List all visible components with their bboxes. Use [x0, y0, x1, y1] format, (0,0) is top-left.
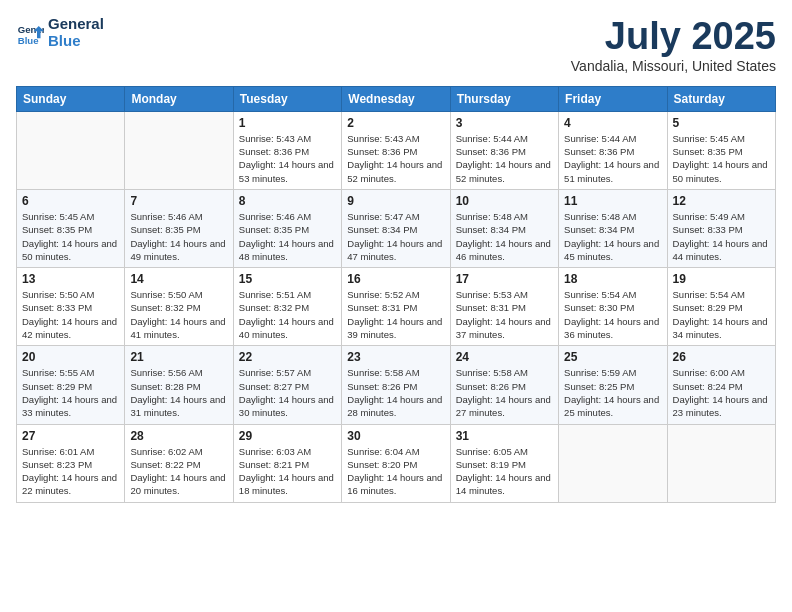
day-number: 11: [564, 194, 661, 208]
day-number: 27: [22, 429, 119, 443]
day-info: Sunrise: 6:03 AM Sunset: 8:21 PM Dayligh…: [239, 445, 336, 498]
calendar-cell: 19Sunrise: 5:54 AM Sunset: 8:29 PM Dayli…: [667, 268, 775, 346]
weekday-header-tuesday: Tuesday: [233, 86, 341, 111]
logo-line1: General: [48, 16, 104, 33]
day-number: 15: [239, 272, 336, 286]
day-number: 16: [347, 272, 444, 286]
day-number: 14: [130, 272, 227, 286]
calendar-cell: 28Sunrise: 6:02 AM Sunset: 8:22 PM Dayli…: [125, 424, 233, 502]
calendar-cell: 8Sunrise: 5:46 AM Sunset: 8:35 PM Daylig…: [233, 189, 341, 267]
day-info: Sunrise: 5:58 AM Sunset: 8:26 PM Dayligh…: [347, 366, 444, 419]
calendar-cell: 2Sunrise: 5:43 AM Sunset: 8:36 PM Daylig…: [342, 111, 450, 189]
calendar-cell: 10Sunrise: 5:48 AM Sunset: 8:34 PM Dayli…: [450, 189, 558, 267]
day-info: Sunrise: 5:56 AM Sunset: 8:28 PM Dayligh…: [130, 366, 227, 419]
day-number: 9: [347, 194, 444, 208]
day-info: Sunrise: 5:54 AM Sunset: 8:29 PM Dayligh…: [673, 288, 770, 341]
calendar-cell: 12Sunrise: 5:49 AM Sunset: 8:33 PM Dayli…: [667, 189, 775, 267]
calendar-cell: 26Sunrise: 6:00 AM Sunset: 8:24 PM Dayli…: [667, 346, 775, 424]
weekday-header-wednesday: Wednesday: [342, 86, 450, 111]
calendar-cell: 30Sunrise: 6:04 AM Sunset: 8:20 PM Dayli…: [342, 424, 450, 502]
calendar-cell: 31Sunrise: 6:05 AM Sunset: 8:19 PM Dayli…: [450, 424, 558, 502]
calendar-cell: 13Sunrise: 5:50 AM Sunset: 8:33 PM Dayli…: [17, 268, 125, 346]
day-number: 17: [456, 272, 553, 286]
calendar-table: SundayMondayTuesdayWednesdayThursdayFrid…: [16, 86, 776, 503]
day-number: 6: [22, 194, 119, 208]
weekday-header-thursday: Thursday: [450, 86, 558, 111]
day-number: 24: [456, 350, 553, 364]
day-number: 29: [239, 429, 336, 443]
day-info: Sunrise: 5:58 AM Sunset: 8:26 PM Dayligh…: [456, 366, 553, 419]
logo-line2: Blue: [48, 33, 104, 50]
day-info: Sunrise: 5:43 AM Sunset: 8:36 PM Dayligh…: [239, 132, 336, 185]
day-info: Sunrise: 5:59 AM Sunset: 8:25 PM Dayligh…: [564, 366, 661, 419]
calendar-cell: 5Sunrise: 5:45 AM Sunset: 8:35 PM Daylig…: [667, 111, 775, 189]
calendar-cell: 25Sunrise: 5:59 AM Sunset: 8:25 PM Dayli…: [559, 346, 667, 424]
day-number: 1: [239, 116, 336, 130]
logo: General Blue General Blue: [16, 16, 104, 49]
calendar-cell: 6Sunrise: 5:45 AM Sunset: 8:35 PM Daylig…: [17, 189, 125, 267]
title-block: July 2025 Vandalia, Missouri, United Sta…: [571, 16, 776, 74]
day-number: 13: [22, 272, 119, 286]
calendar-cell: [17, 111, 125, 189]
day-number: 10: [456, 194, 553, 208]
day-number: 21: [130, 350, 227, 364]
calendar-cell: 17Sunrise: 5:53 AM Sunset: 8:31 PM Dayli…: [450, 268, 558, 346]
day-info: Sunrise: 5:53 AM Sunset: 8:31 PM Dayligh…: [456, 288, 553, 341]
day-number: 8: [239, 194, 336, 208]
day-info: Sunrise: 5:44 AM Sunset: 8:36 PM Dayligh…: [564, 132, 661, 185]
day-info: Sunrise: 6:02 AM Sunset: 8:22 PM Dayligh…: [130, 445, 227, 498]
calendar-cell: 24Sunrise: 5:58 AM Sunset: 8:26 PM Dayli…: [450, 346, 558, 424]
calendar-cell: 21Sunrise: 5:56 AM Sunset: 8:28 PM Dayli…: [125, 346, 233, 424]
calendar-cell: 20Sunrise: 5:55 AM Sunset: 8:29 PM Dayli…: [17, 346, 125, 424]
day-number: 3: [456, 116, 553, 130]
calendar-cell: 27Sunrise: 6:01 AM Sunset: 8:23 PM Dayli…: [17, 424, 125, 502]
page-header: General Blue General Blue July 2025 Vand…: [16, 16, 776, 74]
day-number: 28: [130, 429, 227, 443]
weekday-header-sunday: Sunday: [17, 86, 125, 111]
day-info: Sunrise: 5:48 AM Sunset: 8:34 PM Dayligh…: [564, 210, 661, 263]
day-info: Sunrise: 5:50 AM Sunset: 8:33 PM Dayligh…: [22, 288, 119, 341]
calendar-cell: 3Sunrise: 5:44 AM Sunset: 8:36 PM Daylig…: [450, 111, 558, 189]
calendar-cell: [667, 424, 775, 502]
day-number: 31: [456, 429, 553, 443]
calendar-cell: 18Sunrise: 5:54 AM Sunset: 8:30 PM Dayli…: [559, 268, 667, 346]
day-info: Sunrise: 5:45 AM Sunset: 8:35 PM Dayligh…: [22, 210, 119, 263]
calendar-cell: 16Sunrise: 5:52 AM Sunset: 8:31 PM Dayli…: [342, 268, 450, 346]
day-number: 18: [564, 272, 661, 286]
day-number: 2: [347, 116, 444, 130]
calendar-cell: [559, 424, 667, 502]
calendar-cell: 9Sunrise: 5:47 AM Sunset: 8:34 PM Daylig…: [342, 189, 450, 267]
calendar-cell: 15Sunrise: 5:51 AM Sunset: 8:32 PM Dayli…: [233, 268, 341, 346]
month-title: July 2025: [571, 16, 776, 58]
day-number: 22: [239, 350, 336, 364]
day-info: Sunrise: 5:46 AM Sunset: 8:35 PM Dayligh…: [130, 210, 227, 263]
day-info: Sunrise: 5:51 AM Sunset: 8:32 PM Dayligh…: [239, 288, 336, 341]
day-number: 20: [22, 350, 119, 364]
day-info: Sunrise: 5:44 AM Sunset: 8:36 PM Dayligh…: [456, 132, 553, 185]
svg-text:Blue: Blue: [18, 34, 39, 45]
calendar-cell: 1Sunrise: 5:43 AM Sunset: 8:36 PM Daylig…: [233, 111, 341, 189]
day-number: 26: [673, 350, 770, 364]
logo-icon: General Blue: [16, 19, 44, 47]
weekday-header-saturday: Saturday: [667, 86, 775, 111]
day-number: 4: [564, 116, 661, 130]
calendar-cell: 23Sunrise: 5:58 AM Sunset: 8:26 PM Dayli…: [342, 346, 450, 424]
calendar-cell: 14Sunrise: 5:50 AM Sunset: 8:32 PM Dayli…: [125, 268, 233, 346]
location: Vandalia, Missouri, United States: [571, 58, 776, 74]
day-number: 12: [673, 194, 770, 208]
calendar-cell: 29Sunrise: 6:03 AM Sunset: 8:21 PM Dayli…: [233, 424, 341, 502]
calendar-cell: 4Sunrise: 5:44 AM Sunset: 8:36 PM Daylig…: [559, 111, 667, 189]
weekday-header-monday: Monday: [125, 86, 233, 111]
day-number: 30: [347, 429, 444, 443]
day-number: 23: [347, 350, 444, 364]
day-info: Sunrise: 5:43 AM Sunset: 8:36 PM Dayligh…: [347, 132, 444, 185]
day-info: Sunrise: 5:57 AM Sunset: 8:27 PM Dayligh…: [239, 366, 336, 419]
day-info: Sunrise: 6:01 AM Sunset: 8:23 PM Dayligh…: [22, 445, 119, 498]
day-info: Sunrise: 5:54 AM Sunset: 8:30 PM Dayligh…: [564, 288, 661, 341]
calendar-cell: [125, 111, 233, 189]
day-info: Sunrise: 5:50 AM Sunset: 8:32 PM Dayligh…: [130, 288, 227, 341]
day-number: 25: [564, 350, 661, 364]
day-info: Sunrise: 5:45 AM Sunset: 8:35 PM Dayligh…: [673, 132, 770, 185]
calendar-cell: 22Sunrise: 5:57 AM Sunset: 8:27 PM Dayli…: [233, 346, 341, 424]
day-info: Sunrise: 5:46 AM Sunset: 8:35 PM Dayligh…: [239, 210, 336, 263]
